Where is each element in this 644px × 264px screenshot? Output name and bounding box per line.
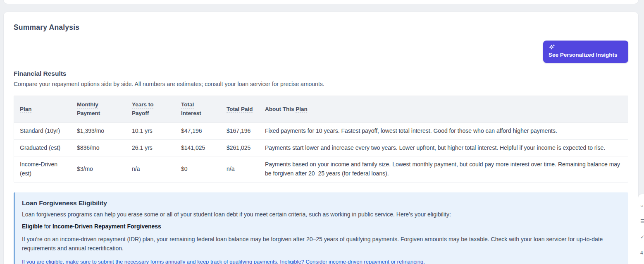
repayment-plans-table: Plan Monthly Payment Years to Payoff Tot… bbox=[14, 96, 628, 182]
loan-forgiveness-panel: Loan Forgiveness Eligibility Loan forgiv… bbox=[14, 192, 628, 264]
total-paid-term[interactable]: Total Paid bbox=[227, 106, 253, 112]
col-header-years-to-payoff: Years to Payoff bbox=[126, 96, 175, 122]
about-cell: Fixed payments for 10 years. Fastest pay… bbox=[259, 123, 628, 140]
loan-forgiveness-intro: Loan forgiveness programs can help you e… bbox=[22, 211, 621, 218]
plan-cell: Graduated (est) bbox=[14, 139, 71, 156]
status-connector: for bbox=[43, 223, 52, 230]
table-row: Standard (10yr) $1,393/mo 10.1 yrs $47,1… bbox=[14, 123, 628, 140]
paid-cell: n/a bbox=[221, 156, 259, 182]
about-cell: Payments based on your income and family… bbox=[259, 156, 628, 182]
monthly-cell: $3/mo bbox=[71, 156, 126, 182]
plan-cell: Standard (10yr) bbox=[14, 123, 71, 140]
clock-icon: ○ bbox=[640, 203, 643, 208]
col-header-total-paid: Total Paid bbox=[221, 96, 259, 122]
financial-results-subtitle: Compare your repayment options side by s… bbox=[14, 81, 628, 87]
monthly-cell: $836/mo bbox=[71, 139, 126, 156]
see-personalized-insights-label: See Personalized Insights bbox=[549, 51, 623, 59]
about-plan-term[interactable]: Plan bbox=[296, 106, 308, 112]
col-header-about-this-plan: About This Plan bbox=[259, 96, 628, 122]
see-personalized-insights-button[interactable]: See Personalized Insights bbox=[543, 41, 628, 63]
interest-cell: $0 bbox=[175, 156, 221, 182]
interest-cell: $47,196 bbox=[175, 123, 221, 140]
col-header-plan: Plan bbox=[14, 96, 71, 122]
check-icon: ✓ bbox=[640, 235, 644, 240]
cutoff-side-widget[interactable]: ○ ☰ ✓ 4 bbox=[638, 194, 644, 264]
years-cell: 26.1 yrs bbox=[126, 139, 175, 156]
about-cell: Payments start lower and increase every … bbox=[259, 139, 628, 156]
years-to-payoff-term[interactable]: Years to Payoff bbox=[132, 101, 154, 116]
monthly-cell: $1,393/mo bbox=[71, 123, 126, 140]
col-header-total-interest: Total Interest bbox=[175, 96, 221, 122]
list-icon: ☰ bbox=[640, 219, 644, 224]
table-row: Income-Driven (est) $3/mo n/a $0 n/a Pay… bbox=[14, 156, 628, 182]
monthly-payment-term[interactable]: Monthly Payment bbox=[77, 101, 100, 116]
previous-card-edge bbox=[3, 0, 639, 4]
actions-row: See Personalized Insights bbox=[14, 41, 628, 63]
total-interest-term[interactable]: Total Interest bbox=[181, 101, 201, 116]
plan-cell: Income-Driven (est) bbox=[14, 156, 71, 182]
page-title: Summary Analysis bbox=[14, 23, 628, 32]
table-header-row: Plan Monthly Payment Years to Payoff Tot… bbox=[14, 96, 628, 122]
loan-forgiveness-title: Loan Forgiveness Eligibility bbox=[22, 199, 621, 207]
eligibility-note: If you are eligible, make sure to submit… bbox=[22, 259, 621, 264]
col-header-monthly-payment: Monthly Payment bbox=[71, 96, 126, 122]
plan-term[interactable]: Plan bbox=[20, 106, 32, 112]
sparkles-icon bbox=[549, 44, 556, 51]
interest-cell: $141,025 bbox=[175, 139, 221, 156]
summary-analysis-card: Summary Analysis See Personalized Insigh… bbox=[3, 12, 639, 264]
paid-cell: $261,025 bbox=[221, 139, 259, 156]
eligibility-status: Eligible for Income-Driven Repayment For… bbox=[22, 223, 621, 230]
count-label: 4 bbox=[640, 250, 643, 255]
years-cell: n/a bbox=[126, 156, 175, 182]
financial-results-title: Financial Results bbox=[14, 70, 628, 77]
table-row: Graduated (est) $836/mo 26.1 yrs $141,02… bbox=[14, 139, 628, 156]
years-cell: 10.1 yrs bbox=[126, 123, 175, 140]
about-prefix: About This bbox=[265, 106, 296, 112]
eligibility-details: If you’re on an income-driven repayment … bbox=[22, 235, 621, 253]
eligible-label: Eligible bbox=[22, 223, 43, 230]
financial-results-section: Financial Results Compare your repayment… bbox=[14, 70, 628, 87]
program-label: Income-Driven Repayment Forgiveness bbox=[52, 223, 161, 230]
paid-cell: $167,196 bbox=[221, 123, 259, 140]
